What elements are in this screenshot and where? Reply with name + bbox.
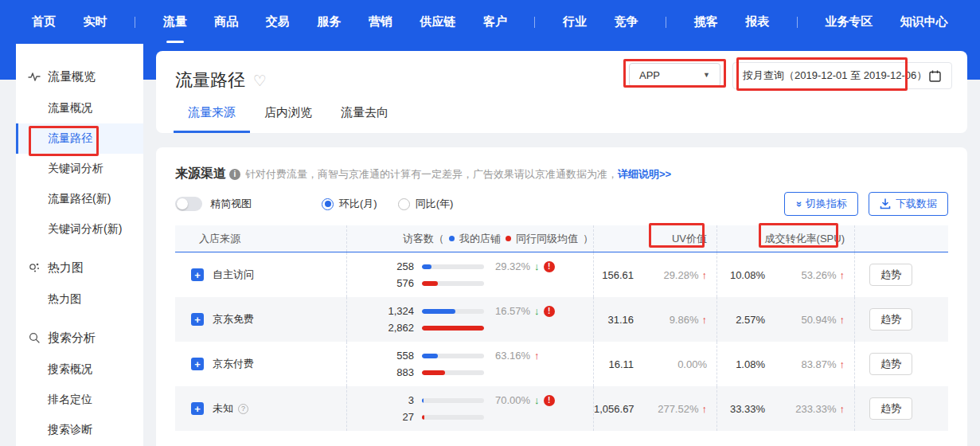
nav-item-knowledge-center[interactable]: 知识中心 bbox=[900, 10, 948, 34]
peer-visitors: 576 bbox=[360, 277, 414, 289]
favorite-heart-icon[interactable]: ♡ bbox=[253, 72, 267, 90]
detail-link[interactable]: 详细说明>> bbox=[618, 167, 671, 182]
nav-item-supply-chain[interactable]: 供应链 bbox=[420, 10, 455, 34]
arrow-down-icon: ↓ bbox=[534, 394, 540, 406]
peer-visitors: 2,862 bbox=[360, 322, 414, 334]
trend-button[interactable]: 趋势 bbox=[869, 308, 912, 331]
help-question-icon[interactable] bbox=[238, 404, 248, 414]
radio-dot bbox=[398, 198, 410, 210]
tab-traffic-destination[interactable]: 流量去向 bbox=[326, 105, 403, 133]
platform-select[interactable]: APP ▼ bbox=[629, 63, 720, 87]
arrow-up-icon: ↑ bbox=[534, 350, 540, 362]
arrow-up-icon: ↑ bbox=[840, 358, 845, 370]
nav-item-transactions[interactable]: 交易 bbox=[266, 10, 290, 34]
peer-visitors: 883 bbox=[360, 366, 414, 378]
calendar-icon[interactable] bbox=[928, 69, 942, 83]
peer-visitors-bar bbox=[422, 415, 484, 420]
col-header-conversion: 成交转化率(SPU) bbox=[716, 225, 854, 252]
nav-divider bbox=[534, 17, 535, 28]
radio-mom[interactable]: 环比(月) bbox=[322, 197, 377, 211]
sidebar-item-traffic-path-new[interactable]: 流量路径(新) bbox=[16, 184, 143, 214]
arrow-up-icon: ↑ bbox=[840, 269, 845, 281]
uv-change: 29.28% bbox=[663, 269, 698, 281]
conversion-change: 53.26% bbox=[801, 269, 836, 281]
arrow-down-icon: ↓ bbox=[534, 260, 540, 272]
sidebar-item-traffic-overview[interactable]: 流量概况 bbox=[16, 93, 143, 123]
nav-item-industry[interactable]: 行业 bbox=[563, 10, 587, 34]
sidebar-item-keyword-analysis[interactable]: 关键词分析 bbox=[16, 154, 143, 184]
uv-value: 156.61 bbox=[594, 269, 634, 281]
nav-divider bbox=[666, 17, 666, 28]
nav-item-service[interactable]: 服务 bbox=[317, 10, 341, 34]
nav-item-products[interactable]: 商品 bbox=[214, 10, 238, 34]
trend-button[interactable]: 趋势 bbox=[869, 264, 912, 286]
alert-icon[interactable] bbox=[544, 261, 555, 272]
tab-in-store-browsing[interactable]: 店内浏览 bbox=[250, 105, 326, 133]
date-range-input[interactable]: 按月查询（2019-12-01 至 2019-12-06） bbox=[732, 62, 952, 89]
radio-yoy[interactable]: 同比(年) bbox=[398, 197, 454, 211]
arrow-up-icon: ↑ bbox=[702, 314, 708, 326]
conversion-value: 33.33% bbox=[717, 403, 765, 415]
sidebar-section-search-analysis: 搜索分析 bbox=[16, 321, 143, 354]
search-icon bbox=[28, 331, 41, 344]
arrow-up-icon: ↑ bbox=[702, 403, 708, 415]
compact-view-toggle[interactable] bbox=[175, 197, 202, 211]
panel-header: 来源渠道 i 针对付费流量，商智与京准通的计算有一定差异，广告效果请以京准通数据… bbox=[156, 147, 967, 182]
source-channel-card: 来源渠道 i 针对付费流量，商智与京准通的计算有一定差异，广告效果请以京准通数据… bbox=[156, 147, 967, 446]
expand-plus-icon[interactable] bbox=[191, 313, 204, 326]
my-visitors: 3 bbox=[360, 394, 414, 406]
table-row: 未知 3 70.00%↓ 27 1,056.67 277.52%↑ 33. bbox=[175, 386, 948, 431]
date-range-value: 按月查询（2019-12-01 至 2019-12-06） bbox=[743, 68, 927, 83]
col-header-visitors: 访客数（ 我的店铺 同行同级均值 ） bbox=[346, 225, 593, 252]
info-icon: i bbox=[229, 169, 240, 180]
nav-item-competition[interactable]: 竞争 bbox=[615, 10, 638, 34]
my-visitors: 258 bbox=[360, 260, 414, 272]
sidebar-item-rank-positioning[interactable]: 排名定位 bbox=[16, 385, 143, 415]
nav-item-realtime[interactable]: 实时 bbox=[84, 10, 107, 34]
col-header-uv-value: UV价值 bbox=[593, 225, 716, 252]
download-data-button[interactable]: 下载数据 bbox=[869, 192, 948, 216]
table-header-row: 入店来源 访客数（ 我的店铺 同行同级均值 ） UV价值 成交转化率(SPU) bbox=[175, 225, 948, 252]
section-note: 针对付费流量，商智与京准通的计算有一定差异，广告效果请以京准通数据为准， bbox=[245, 167, 618, 182]
sidebar-item-traffic-path[interactable]: 流量路径 bbox=[16, 123, 143, 154]
sidebar-item-heatmap[interactable]: 热力图 bbox=[16, 284, 143, 315]
col-header-source: 入店来源 bbox=[175, 225, 346, 252]
nav-item-home[interactable]: 首页 bbox=[32, 10, 56, 34]
nav-item-customers[interactable]: 客户 bbox=[483, 10, 507, 34]
uv-value: 1,056.67 bbox=[594, 403, 634, 415]
sidebar-item-keyword-analysis-new[interactable]: 关键词分析(新) bbox=[16, 214, 143, 245]
switch-metrics-button[interactable]: « 切换指标 bbox=[784, 192, 858, 216]
peer-visitors-bar bbox=[422, 370, 484, 375]
expand-plus-icon[interactable] bbox=[191, 358, 204, 370]
sidebar-item-search-diagnosis[interactable]: 搜索诊断 bbox=[16, 415, 143, 445]
nav-item-traffic[interactable]: 流量 bbox=[163, 10, 187, 34]
compare-radio-group: 环比(月) 同比(年) bbox=[322, 197, 453, 211]
expand-plus-icon[interactable] bbox=[191, 402, 204, 415]
legend-my-shop: 我的店铺 bbox=[459, 232, 501, 246]
visitors-change: 70.00% bbox=[495, 394, 530, 406]
download-icon bbox=[880, 198, 891, 209]
sidebar-item-search-overview[interactable]: 搜索概况 bbox=[16, 354, 143, 385]
nav-item-reports[interactable]: 报表 bbox=[745, 10, 769, 34]
uv-value: 16.11 bbox=[594, 358, 634, 370]
trend-button[interactable]: 趋势 bbox=[869, 397, 912, 420]
tab-bar: 流量来源 店内浏览 流量去向 bbox=[174, 105, 403, 133]
conversion-change: 233.33% bbox=[795, 403, 836, 415]
conversion-value: 10.08% bbox=[717, 269, 765, 281]
tab-traffic-source[interactable]: 流量来源 bbox=[174, 105, 250, 133]
expand-plus-icon[interactable] bbox=[191, 268, 204, 281]
alert-icon[interactable] bbox=[544, 395, 555, 406]
legend-peer: 同行同级均值 bbox=[516, 232, 578, 246]
nav-item-marketing[interactable]: 营销 bbox=[369, 10, 392, 34]
nav-item-acquisition[interactable]: 揽客 bbox=[694, 10, 718, 34]
table-action-buttons: « 切换指标 下载数据 bbox=[784, 192, 948, 216]
arrow-up-icon: ↑ bbox=[840, 403, 845, 415]
alert-icon[interactable] bbox=[544, 306, 555, 317]
uv-change: 0.00% bbox=[677, 358, 707, 370]
heatmap-icon bbox=[28, 261, 41, 274]
double-chevron-down-icon: « bbox=[793, 201, 803, 206]
nav-item-business-zone[interactable]: 业务专区 bbox=[825, 10, 873, 34]
my-visitors-bar bbox=[422, 264, 484, 269]
trend-button[interactable]: 趋势 bbox=[869, 353, 912, 375]
my-visitors-bar bbox=[422, 398, 484, 403]
